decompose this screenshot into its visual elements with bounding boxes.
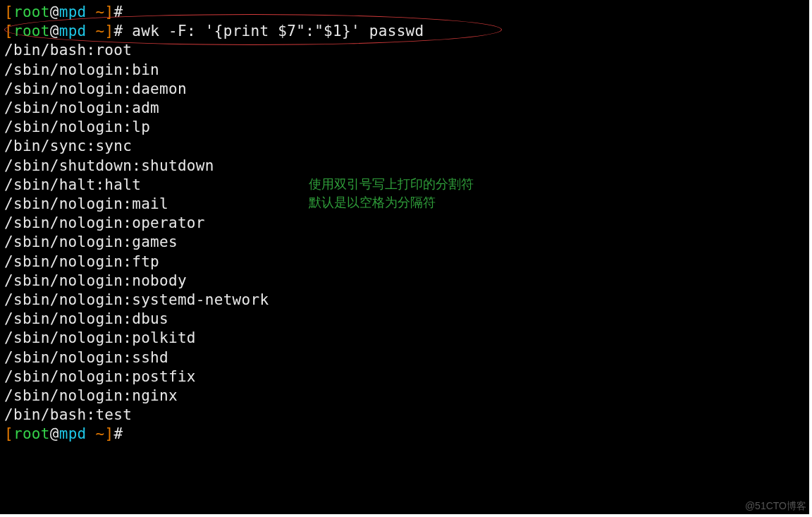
output-line: /sbin/nologin:systemd-network [4,291,805,310]
output-line: /sbin/nologin:sshd [4,348,805,367]
output-line: /sbin/halt:halt [4,176,805,195]
prompt-host: mpd [59,23,87,39]
prompt-hash: # [113,23,132,39]
prompt-user: root [13,425,50,442]
output-line: /sbin/nologin:dbus [4,310,805,329]
prompt-space [87,4,96,20]
output-line: /sbin/nologin:nobody [4,272,805,291]
prompt-open-bracket: [ [4,425,13,442]
output-line: /sbin/nologin:daemon [4,80,805,99]
output-line: /bin/bash:test [4,406,805,425]
prompt-hash: # [113,4,132,20]
output-line: /sbin/nologin:bin [4,61,805,80]
prompt-line: [root@mpd ~]# [4,3,805,22]
prompt-close-bracket: ] [104,23,113,39]
prompt-user: root [13,4,50,20]
command-awk: awk -F: '{print $7":"$1}' passwd [132,23,424,39]
prompt-at: @ [50,4,59,20]
prompt-close-bracket: ] [104,425,113,442]
prompt-at: @ [50,23,59,39]
prompt-tilde: ~ [95,23,104,39]
output-line: /sbin/nologin:ftp [4,253,805,272]
output-line: /sbin/nologin:mail [4,195,805,214]
prompt-hash: # [113,425,132,442]
prompt-host: mpd [59,425,87,442]
output-line: /bin/sync:sync [4,137,805,156]
prompt-at: @ [50,425,59,442]
prompt-line: [root@mpd ~]# awk -F: '{print $7":"$1}' … [4,22,805,41]
prompt-open-bracket: [ [4,4,13,20]
prompt-host: mpd [59,4,87,20]
prompt-open-bracket: [ [4,23,13,39]
prompt-user: root [13,23,50,39]
terminal[interactable]: [root@mpd ~]# [root@mpd ~]# awk -F: '{pr… [0,0,809,514]
prompt-line: [root@mpd ~]# [4,425,805,444]
prompt-space [87,425,96,442]
watermark: @51CTO博客 [745,500,806,513]
output-line: /sbin/nologin:polkitd [4,329,805,348]
prompt-tilde: ~ [95,425,104,442]
output-line: /sbin/nologin:games [4,233,805,252]
output-line: /sbin/nologin:nginx [4,387,805,406]
output-line: /sbin/nologin:postfix [4,367,805,387]
output-line: /sbin/nologin:operator [4,214,805,233]
output-line: /bin/bash:root [4,41,805,60]
prompt-space [87,23,96,39]
prompt-close-bracket: ] [104,4,113,20]
output-line: /sbin/nologin:adm [4,99,805,118]
output-line: /sbin/shutdown:shutdown [4,157,805,176]
prompt-tilde: ~ [95,4,104,20]
output-line: /sbin/nologin:lp [4,118,805,137]
